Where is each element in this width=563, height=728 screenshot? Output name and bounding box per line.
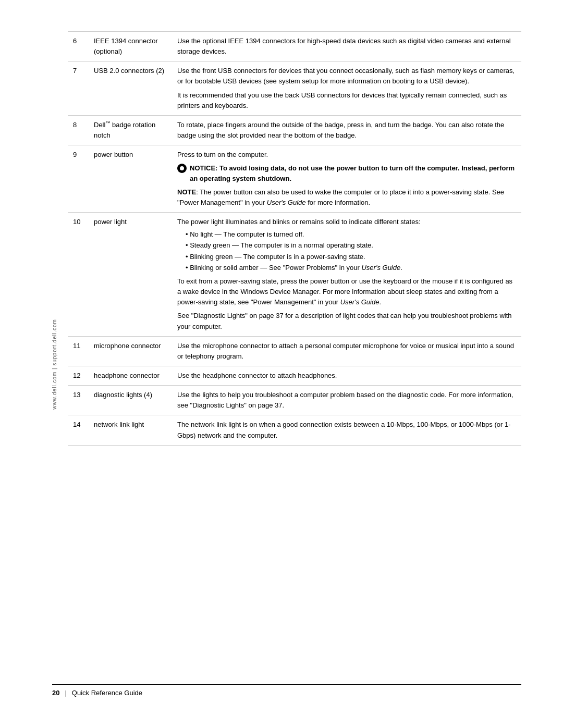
- list-item: Blinking or solid amber — See "Power Pro…: [186, 263, 516, 273]
- notice-block: NOTICE: To avoid losing data, do not use…: [177, 163, 516, 184]
- row-number: 10: [68, 212, 89, 336]
- desc-paragraph: The power light illuminates and blinks o…: [177, 217, 516, 227]
- table-row: 12headphone connectorUse the headphone c…: [68, 366, 521, 385]
- row-description: Press to turn on the computer.NOTICE: To…: [172, 145, 521, 213]
- table-row: 9power buttonPress to turn on the comput…: [68, 145, 521, 213]
- row-label: diagnostic lights (4): [89, 386, 172, 415]
- main-content: 6IEEE 1394 connector (optional)Use the o…: [68, 31, 521, 446]
- row-number: 14: [68, 415, 89, 445]
- row-label: microphone connector: [89, 336, 172, 366]
- notice-text: NOTICE: To avoid losing data, do not use…: [190, 163, 516, 184]
- desc-paragraph: Use the microphone connector to attach a…: [177, 341, 516, 362]
- list-item: Blinking green — The computer is in a po…: [186, 252, 516, 262]
- notice-icon: [177, 164, 187, 173]
- table-row: 6IEEE 1394 connector (optional)Use the o…: [68, 32, 521, 61]
- row-number: 8: [68, 115, 89, 145]
- row-label: headphone connector: [89, 366, 172, 385]
- footer-separator: |: [65, 689, 66, 697]
- row-label: IEEE 1394 connector (optional): [89, 32, 172, 61]
- sidebar-text: www.dell.com | support.dell.com: [52, 319, 57, 410]
- bullet-list: No light — The computer is turned off.St…: [186, 229, 516, 273]
- desc-paragraph: See "Diagnostic Lights" on page 37 for a…: [177, 311, 516, 331]
- row-description: The network link light is on when a good…: [172, 415, 521, 445]
- row-description: Use the microphone connector to attach a…: [172, 336, 521, 366]
- list-item: Steady green — The computer is in a norm…: [186, 240, 516, 251]
- row-description: The power light illuminates and blinks o…: [172, 212, 521, 336]
- list-item: No light — The computer is turned off.: [186, 229, 516, 240]
- row-number: 6: [68, 32, 89, 61]
- row-number: 7: [68, 61, 89, 116]
- note-block: NOTE: The power button can also be used …: [177, 187, 516, 208]
- row-number: 13: [68, 386, 89, 415]
- row-description: Use the headphone connector to attach he…: [172, 366, 521, 385]
- desc-paragraph: Use the headphone connector to attach he…: [177, 371, 516, 381]
- page-number: 20: [52, 689, 59, 697]
- table-row: 7USB 2.0 connectors (2)Use the front USB…: [68, 61, 521, 116]
- row-description: Use the front USB connectors for devices…: [172, 61, 521, 116]
- row-description: Use the lights to help you troubleshoot …: [172, 386, 521, 415]
- footer-title: Quick Reference Guide: [72, 689, 142, 697]
- row-number: 12: [68, 366, 89, 385]
- row-description: Use the optional IEEE 1394 connectors fo…: [172, 32, 521, 61]
- table-row: 11microphone connectorUse the microphone…: [68, 336, 521, 366]
- row-label: USB 2.0 connectors (2): [89, 61, 172, 116]
- table-row: 14network link lightThe network link lig…: [68, 415, 521, 445]
- desc-paragraph: It is recommended that you use the back …: [177, 90, 516, 111]
- desc-paragraph: The network link light is on when a good…: [177, 419, 516, 440]
- row-number: 9: [68, 145, 89, 213]
- desc-paragraph: To rotate, place fingers around the outs…: [177, 120, 516, 141]
- table-row: 13diagnostic lights (4)Use the lights to…: [68, 386, 521, 415]
- page-container: www.dell.com | support.dell.com 6IEEE 13…: [0, 0, 563, 728]
- table-row: 8Dell™ badge rotation notchTo rotate, pl…: [68, 115, 521, 145]
- desc-paragraph: Use the front USB connectors for devices…: [177, 66, 516, 87]
- desc-paragraph: To exit from a power-saving state, press…: [177, 276, 516, 307]
- footer: 20 | Quick Reference Guide: [52, 684, 521, 697]
- row-label: power button: [89, 145, 172, 213]
- row-label: power light: [89, 212, 172, 336]
- desc-paragraph: Use the optional IEEE 1394 connectors fo…: [177, 36, 516, 57]
- desc-paragraph: Press to turn on the computer.: [177, 150, 516, 160]
- desc-paragraph: Use the lights to help you troubleshoot …: [177, 390, 516, 411]
- row-description: To rotate, place fingers around the outs…: [172, 115, 521, 145]
- row-label: Dell™ badge rotation notch: [89, 115, 172, 145]
- row-number: 11: [68, 336, 89, 366]
- row-label: network link light: [89, 415, 172, 445]
- table-row: 10power lightThe power light illuminates…: [68, 212, 521, 336]
- reference-table: 6IEEE 1394 connector (optional)Use the o…: [68, 31, 521, 446]
